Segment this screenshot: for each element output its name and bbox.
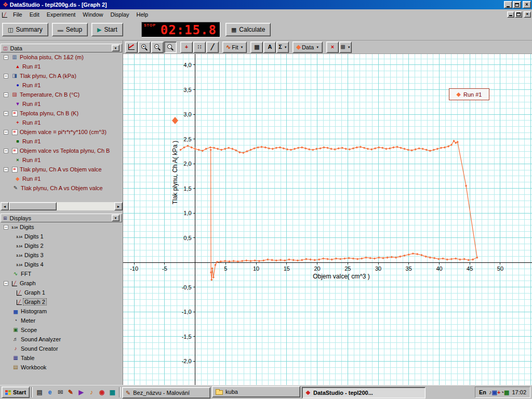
display-item-digits-4[interactable]: 3.14Digits 4 <box>0 260 123 269</box>
browser-icon[interactable]: ◉ <box>97 387 107 397</box>
network-icon[interactable]: ▦ <box>504 389 509 395</box>
scrollbar-thumb[interactable] <box>9 202 57 210</box>
mdi-restore-button[interactable] <box>515 11 522 18</box>
display-item-digits-1[interactable]: 3.14Digits 1 <box>0 232 123 241</box>
task-datastudio[interactable]: ❖DataStudio - tepl200... <box>302 387 425 398</box>
outlook-icon[interactable]: ✉ <box>55 387 65 397</box>
zoom-in-button[interactable]: + <box>138 42 151 53</box>
menu-file[interactable]: File <box>9 10 26 19</box>
run-item[interactable]: ■Run #1 <box>0 137 123 146</box>
run-item[interactable]: ●Run #1 <box>0 81 123 90</box>
data-item-label: Tlak plynu, Ch A (kPa) <box>19 73 77 79</box>
show-desktop-icon[interactable]: ▤ <box>34 387 45 397</box>
start-button[interactable]: ▶ Start <box>91 23 123 36</box>
data-item[interactable]: −=Objem valce vs Teplota plynu, Ch B <box>0 146 123 155</box>
clock[interactable]: 17:02 <box>512 389 526 395</box>
display-item-scope[interactable]: ▣Scope <box>0 325 123 335</box>
zoom-select-button[interactable]: ▫ <box>164 42 177 53</box>
display-item-digits-2[interactable]: 3.14Digits 2 <box>0 241 123 250</box>
settings-menu-button[interactable]: ⊞▼ <box>339 42 352 53</box>
data-highlight-button[interactable]: ∷ <box>193 42 206 53</box>
display-item-histogram[interactable]: ▅Histogram <box>0 307 123 316</box>
display-settings-icon[interactable]: ▣ <box>492 389 497 395</box>
run-item[interactable]: ▲Run #1 <box>0 62 123 71</box>
digits-icon: 3.14 <box>15 252 23 259</box>
fit-menu-button[interactable]: ∿Fit▼ <box>222 42 247 53</box>
run-item[interactable]: ×Run #1 <box>0 155 123 165</box>
graph-legend[interactable]: ◆ Run #1 <box>449 88 489 100</box>
paint-task-icon: ✎ <box>126 390 130 396</box>
delete-button[interactable]: × <box>326 42 339 53</box>
calculator-button[interactable]: ▦ <box>250 42 263 53</box>
magnifier-icon: + <box>141 44 148 50</box>
display-item-sound-creator[interactable]: ♪Sound Creator <box>0 344 123 353</box>
display-item-digits[interactable]: −3.14Digits <box>0 222 123 232</box>
display-item-table[interactable]: ▦Table <box>0 353 123 363</box>
data-item[interactable]: −▥Poloha pistu, Ch 1&2 (m) <box>0 52 123 62</box>
task-bez_názvu[interactable]: ✎Bez_názvu - Malování <box>122 387 210 398</box>
run-item[interactable]: ▼Run #1 <box>0 99 123 109</box>
display-item-digits-3[interactable]: 3.14Digits 3 <box>0 250 123 260</box>
graph-area[interactable]: -10-551015202530354045504,03,53,02,52,01… <box>123 54 532 385</box>
calculation-icon: = <box>10 110 19 116</box>
displays-panel-header[interactable]: ⊞ Displays ▼ <box>1 214 122 222</box>
datastudio-task-icon: ❖ <box>305 390 311 396</box>
sound-creator-icon: ♪ <box>11 345 20 352</box>
package-icon[interactable]: ▦ <box>107 387 117 397</box>
svg-text:40: 40 <box>436 265 442 272</box>
menu-help[interactable]: Help <box>133 10 152 19</box>
data-item[interactable]: −=Tlak plynu, Ch A vs Objem valce <box>0 165 123 174</box>
delete-icon: × <box>331 44 334 50</box>
data-panel-menu-button[interactable]: ▼ <box>112 45 119 51</box>
statistics-button[interactable]: Σ▼ <box>276 42 289 53</box>
summary-sidebar: ◫ Data ▼ −▥Poloha pistu, Ch 1&2 (m)▲Run … <box>0 41 123 385</box>
display-item-meter[interactable]: ◔Meter <box>0 316 123 325</box>
winamp-icon[interactable]: ♪ <box>86 387 97 397</box>
data-item[interactable]: −▨Temperature, Ch B (°C) <box>0 90 123 99</box>
ie-icon[interactable]: e <box>45 387 55 397</box>
summary-button[interactable]: ◫ Summary <box>2 23 48 36</box>
data-item[interactable]: −◨Tlak plynu, Ch A (kPa) <box>0 71 123 81</box>
display-item-sound-analyzer[interactable]: ♬Sound Analyzer <box>0 335 123 344</box>
mdi-close-button[interactable]: × <box>524 11 531 18</box>
data-item[interactable]: −=Objem valce = pi*r*r*y*100 (cm^3) <box>0 127 123 137</box>
smart-tool-button[interactable]: + <box>180 42 193 53</box>
start-label: Start <box>104 26 117 33</box>
data-menu-button[interactable]: ◆Data▼ <box>292 42 323 53</box>
run-item[interactable]: ◆Run #1 <box>0 174 123 183</box>
close-button[interactable]: × <box>523 1 531 8</box>
text-annotation-button[interactable]: A <box>263 42 276 53</box>
displays-panel-menu-button[interactable]: ▼ <box>112 215 119 221</box>
minimize-button[interactable] <box>504 1 512 8</box>
data-panel-header[interactable]: ◫ Data ▼ <box>1 44 122 52</box>
paint-icon[interactable]: ✎ <box>65 387 76 397</box>
zoom-out-button[interactable]: − <box>151 42 164 53</box>
scroll-right-icon[interactable]: ► <box>114 202 123 210</box>
media-player-icon[interactable]: ▶ <box>76 387 86 397</box>
display-item-fft[interactable]: ∿FFT <box>0 269 123 278</box>
display-item-graph-1[interactable]: ╱Graph 1 <box>0 288 123 297</box>
display-item-graph-2[interactable]: ╱Graph 2 <box>0 297 123 307</box>
display-item-graph[interactable]: −╱Graph <box>0 278 123 288</box>
start-menu-button[interactable]: Start <box>2 387 30 398</box>
mdi-minimize-button[interactable] <box>507 11 514 18</box>
menu-edit[interactable]: Edit <box>26 10 43 19</box>
run-item[interactable]: +Run #1 <box>0 118 123 127</box>
restore-button[interactable] <box>513 1 521 8</box>
keyboard-layout-indicator[interactable]: En <box>479 389 486 395</box>
scale-to-fit-button[interactable] <box>125 42 138 53</box>
display-item-workbook[interactable]: ▤Workbook <box>0 363 123 372</box>
data-item[interactable]: ✎Tlak plynu, Ch A vs Objem valce <box>0 183 123 193</box>
graph-window-icon[interactable]: ╱ <box>2 11 7 18</box>
calculate-button[interactable]: ▦ Calculate <box>225 23 271 36</box>
pv-graph[interactable]: -10-551015202530354045504,03,53,02,52,01… <box>123 54 532 385</box>
slope-tool-button[interactable]: ╱ <box>206 42 219 53</box>
menu-window[interactable]: Window <box>79 10 107 19</box>
data-item[interactable]: −=Teplota plynu, Ch B (K) <box>0 109 123 118</box>
menu-display[interactable]: Display <box>107 10 132 19</box>
setup-button[interactable]: ▬ Setup <box>52 23 88 36</box>
menu-experiment[interactable]: Experiment <box>43 10 79 19</box>
task-kuba[interactable]: kuba <box>212 386 300 397</box>
data-tree-hscrollbar[interactable]: ◄ ► <box>1 202 123 210</box>
scroll-left-icon[interactable]: ◄ <box>1 202 9 210</box>
